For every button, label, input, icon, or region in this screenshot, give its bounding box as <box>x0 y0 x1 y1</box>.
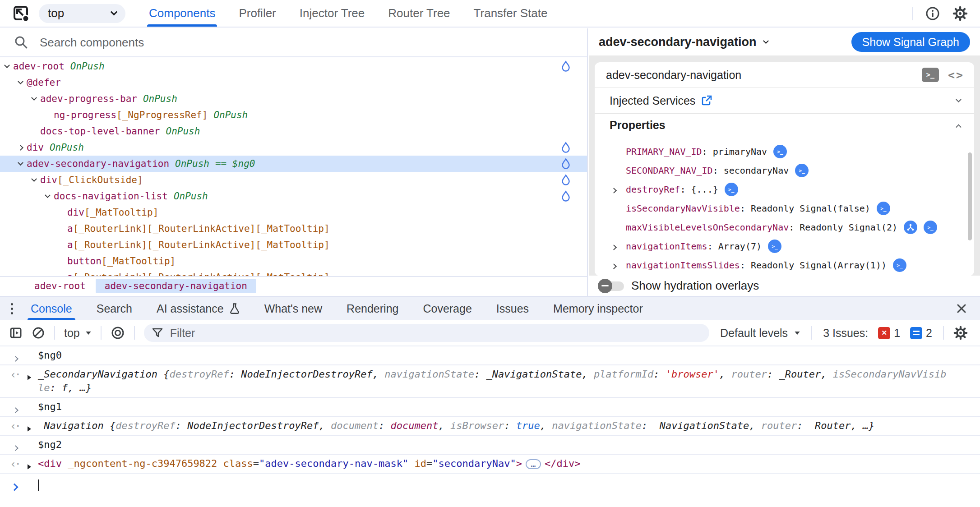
expand-triangle-icon[interactable] <box>28 373 31 382</box>
injected-services-label: Injected Services <box>610 94 695 107</box>
inspector-body: adev-secondary-navigation >_ <> Injected… <box>589 56 980 296</box>
close-icon[interactable] <box>955 302 968 315</box>
selected-component-dropdown[interactable]: adev-secondary-navigation <box>599 35 768 49</box>
tree-row[interactable]: a[_RouterLink][_RouterLinkActive][_MatTo… <box>0 237 587 253</box>
expand-triangle-icon[interactable] <box>28 462 31 471</box>
property-row[interactable]: destroyRef: {...}>_ <box>595 180 974 199</box>
onpush-badge: OnPush <box>143 93 177 104</box>
tab-profiler[interactable]: Profiler <box>227 0 287 27</box>
property-name: isSecondaryNavVisible <box>626 203 740 214</box>
log-levels-value: Default levels <box>720 327 788 340</box>
tab-injector-tree[interactable]: Injector Tree <box>288 0 377 27</box>
expand-triangle-icon[interactable] <box>28 424 31 433</box>
property-row[interactable]: navigationItemsSlides: Readonly Signal(A… <box>595 256 974 275</box>
log-property-to-console-icon[interactable]: >_ <box>768 240 781 253</box>
drawer-tab-label: Memory inspector <box>553 302 643 315</box>
info-icon[interactable] <box>925 6 940 21</box>
tree-row[interactable]: div[_MatTooltip] <box>0 204 587 221</box>
expand-arrow-icon[interactable] <box>612 241 616 252</box>
log-property-to-console-icon[interactable]: >_ <box>795 164 809 177</box>
chevron-right-icon[interactable] <box>18 146 27 150</box>
console-input-echo[interactable]: $ng0 <box>0 346 980 365</box>
drawer-tab-console[interactable]: Console <box>18 297 84 320</box>
drawer-tab-ai-assistance[interactable]: AI assistance <box>144 297 252 320</box>
log-property-to-console-icon[interactable]: >_ <box>725 183 738 196</box>
log-property-to-console-icon[interactable]: >_ <box>893 258 906 272</box>
log-levels-select[interactable]: Default levels <box>720 327 800 340</box>
view-source-icon[interactable]: <> <box>948 69 964 82</box>
tab-router-tree[interactable]: Router Tree <box>376 0 462 27</box>
drawer-tab-what-s-new[interactable]: What's new <box>252 297 334 320</box>
console-prompt[interactable] <box>0 474 980 497</box>
tree-row[interactable]: button[_MatTooltip] <box>0 253 587 269</box>
log-property-to-console-icon[interactable]: >_ <box>773 145 787 158</box>
tree-row[interactable]: docs-navigation-listOnPush <box>0 188 587 204</box>
property-row[interactable]: PRIMARY_NAV_ID: primaryNav>_ <box>595 142 974 161</box>
chevron-down-icon[interactable] <box>32 97 40 101</box>
property-row[interactable]: SECONDARY_NAV_ID: secondaryNav>_ <box>595 161 974 180</box>
tree-row[interactable]: a[_RouterLink][_RouterLinkActive][_MatTo… <box>0 269 587 276</box>
breadcrumb-item[interactable]: adev-root <box>25 279 95 293</box>
console-input-echo[interactable]: $ng2 <box>0 436 980 455</box>
tree-row[interactable]: @defer <box>0 74 587 91</box>
properties-section-header[interactable]: Properties <box>595 114 974 137</box>
log-property-to-console-icon[interactable]: >_ <box>877 202 890 215</box>
scrollbar-thumb[interactable] <box>968 152 972 240</box>
hydration-toggle-label: Show hydration overlays <box>631 279 759 293</box>
property-value: : Array(7) <box>707 241 762 252</box>
console-input-echo[interactable]: $ng1 <box>0 398 980 417</box>
inspect-element-icon[interactable] <box>12 4 31 23</box>
gear-icon[interactable] <box>952 5 968 22</box>
clear-console-icon[interactable] <box>32 326 45 340</box>
tree-row[interactable]: divOnPush <box>0 139 587 156</box>
log-property-to-console-icon[interactable]: >_ <box>924 221 937 234</box>
tree-row[interactable]: adev-secondary-navigationOnPush== $ng0 <box>0 156 587 172</box>
property-row[interactable]: navigationItems: Array(7)>_ <box>595 237 974 256</box>
external-link-icon[interactable] <box>701 95 712 106</box>
issues-counter[interactable]: 3 Issues: ✕ 1 2 <box>823 327 932 340</box>
drawer-tab-memory-inspector[interactable]: Memory inspector <box>541 297 655 320</box>
property-row[interactable]: maxVisibleLevelsOnSecondaryNav: Readonly… <box>595 218 974 237</box>
collapsed-content-icon[interactable]: … <box>526 459 541 469</box>
console-result[interactable]: ‹·<div _ngcontent-ng-c3947659822 class="… <box>0 455 980 474</box>
chevron-down-icon[interactable] <box>18 162 27 166</box>
chevron-down-icon[interactable] <box>5 65 13 69</box>
chevron-down-icon[interactable] <box>18 81 27 85</box>
component-name: div <box>40 175 57 185</box>
tree-row[interactable]: div[_ClickOutside] <box>0 172 587 188</box>
frame-context-select[interactable]: top <box>39 4 125 23</box>
tab-components[interactable]: Components <box>137 0 227 27</box>
log-to-console-icon[interactable]: >_ <box>922 68 939 82</box>
directive-list: [_NgProgressRef] <box>116 110 208 120</box>
console-result[interactable]: ‹·_SecondaryNavigation {destroyRef: Node… <box>0 365 980 398</box>
tree-row[interactable]: adev-rootOnPush <box>0 58 587 74</box>
console-sidebar-toggle-icon[interactable] <box>9 326 23 340</box>
property-row[interactable]: isSecondaryNavVisible: Readonly Signal(f… <box>595 199 974 218</box>
console-filter-input[interactable]: Filter <box>144 324 709 342</box>
component-search[interactable]: Search components <box>0 28 587 57</box>
tree-row[interactable]: a[_RouterLink][_RouterLinkActive][_MatTo… <box>0 221 587 237</box>
more-tools-menu-icon[interactable] <box>11 303 13 314</box>
console-result[interactable]: ‹·_Navigation {destroyRef: NodeInjectorD… <box>0 417 980 436</box>
injected-services-section[interactable]: Injected Services <box>595 88 974 114</box>
drawer-tab-issues[interactable]: Issues <box>484 297 541 320</box>
show-signal-graph-button[interactable]: Show Signal Graph <box>851 32 970 52</box>
hydration-overlays-toggle[interactable] <box>598 279 624 293</box>
signal-graph-icon[interactable] <box>904 221 917 234</box>
live-expression-eye-icon[interactable] <box>111 326 125 340</box>
drawer-tab-rendering[interactable]: Rendering <box>334 297 411 320</box>
drawer-tab-coverage[interactable]: Coverage <box>411 297 484 320</box>
expand-arrow-icon[interactable] <box>612 260 616 271</box>
console-context-select[interactable]: top <box>64 327 92 340</box>
breadcrumb-item[interactable]: adev-secondary-navigation <box>96 279 256 293</box>
tree-row[interactable]: adev-progress-barOnPush <box>0 91 587 107</box>
tab-transfer-state[interactable]: Transfer State <box>462 0 559 27</box>
drawer-tab-search[interactable]: Search <box>84 297 144 320</box>
chevron-down-icon[interactable] <box>46 194 54 198</box>
console-log-area[interactable]: $ng0‹·_SecondaryNavigation {destroyRef: … <box>0 346 980 497</box>
expand-arrow-icon[interactable] <box>612 184 616 195</box>
tree-row[interactable]: ng-progress[_NgProgressRef]OnPush <box>0 107 587 123</box>
console-settings-gear-icon[interactable] <box>953 325 968 341</box>
chevron-down-icon[interactable] <box>32 178 40 182</box>
tree-row[interactable]: docs-top-level-bannerOnPush <box>0 123 587 139</box>
